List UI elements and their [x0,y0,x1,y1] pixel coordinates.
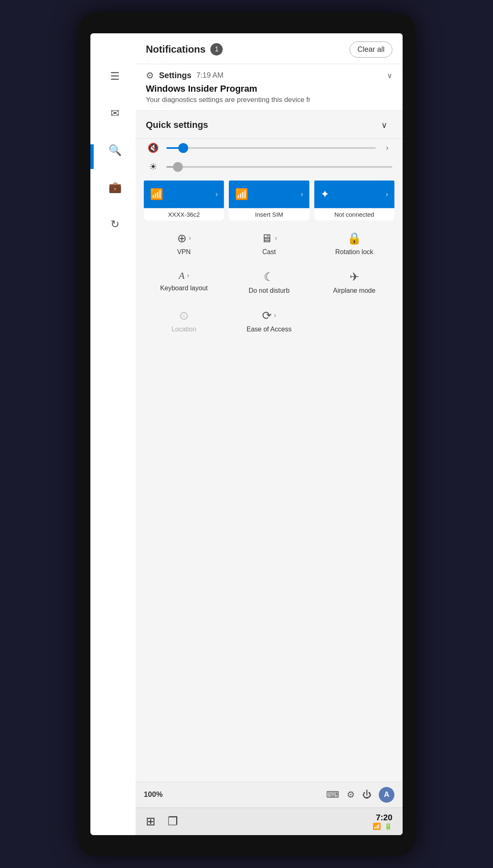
brightness-slider-thumb[interactable] [173,162,183,172]
brightness-slider-row: ☀ [136,157,403,176]
wifi-tile-label: XXXX-36c2 [144,208,224,220]
brightness-icon: ☀ [146,162,160,172]
volume-slider-track[interactable] [166,147,376,149]
location-icon-row: ⊙ [179,309,189,322]
taskbar-icons-area: ⊞ ❐ [146,815,178,828]
power-icon[interactable]: ⏻ [362,789,371,800]
tiles-row-2: ⊕ › VPN 🖥 › Cast [144,227,394,259]
location-label: Location [171,326,196,333]
windows-start-button[interactable]: ⊞ [146,815,155,828]
tiles-row-3: A › Keyboard layout ☾ Do not disturb [144,265,394,298]
airplane-mode-tile[interactable]: ✈ Airplane mode [314,265,394,298]
cast-arrow-icon[interactable]: › [275,234,277,242]
notification-chevron-icon[interactable]: ∨ [387,71,392,80]
taskbar-wifi-icon: 📶 [373,822,381,830]
volume-expand-icon[interactable]: › [382,144,392,152]
sidebar-icon-mail[interactable]: ✉ [105,103,125,124]
do-not-disturb-label: Do not disturb [249,287,290,294]
ease-of-access-arrow-icon[interactable]: › [274,312,276,319]
sidebar-icon-menu[interactable]: ☰ [105,66,125,87]
wifi-tile-main[interactable]: 📶 › [144,181,224,208]
notification-panel: Notifications 1 Clear all ⚙ Settings 7:1… [136,33,403,835]
sim-tile-arrow-icon[interactable]: › [301,190,303,199]
phone-screen: ☰ ✉ 🔍 💼 ↻ ← Fin Acco Notifications 1 Cle… [90,33,403,835]
bluetooth-tile[interactable]: ✦ › Not connected [314,181,394,220]
bluetooth-icon: ✦ [320,188,329,201]
tiles-row-4: ⊙ Location ⟳ › Ease of Access [144,304,394,336]
brightness-slider-track[interactable] [166,166,392,168]
keyboard-layout-label: Keyboard layout [160,285,208,292]
cast-icon-row: 🖥 › [261,231,277,245]
wifi-tile-arrow-icon[interactable]: › [215,190,218,199]
notifications-header: Notifications 1 Clear all [136,33,403,64]
vpn-tile[interactable]: ⊕ › VPN [144,227,224,259]
ease-of-access-icon: ⟳ [262,309,272,322]
sidebar-icon-refresh[interactable]: ↻ [105,214,125,235]
location-tile[interactable]: ⊙ Location [144,304,224,336]
do-not-disturb-icon: ☾ [264,270,274,284]
notification-program-name: Windows Insider Program [146,83,392,94]
status-icons-area: ⌨ ⚙ ⏻ A [326,787,394,803]
phone-frame: ☰ ✉ 🔍 💼 ↻ ← Fin Acco Notifications 1 Cle… [78,13,415,856]
notification-time: 7:19 AM [196,71,223,80]
do-not-disturb-tile[interactable]: ☾ Do not disturb [229,265,309,298]
quick-settings-tiles: 📶 › XXXX-36c2 📶 › Insert SIM [136,176,403,347]
rotation-lock-tile[interactable]: 🔒 Rotation lock [314,227,394,259]
cast-label: Cast [263,248,276,256]
airplane-mode-icon: ✈ [350,270,359,284]
volume-slider-thumb[interactable] [178,143,188,153]
taskbar: ⊞ ❐ 7:20 📶 🔋 [136,808,403,835]
cast-tile[interactable]: 🖥 › Cast [229,227,309,259]
wifi-icon: 📶 [150,188,163,201]
sim-tile[interactable]: 📶 › Insert SIM [229,181,309,220]
sidebar-icon-work[interactable]: 💼 [105,177,125,198]
sim-icon: 📶 [235,188,248,201]
location-icon: ⊙ [179,309,189,322]
taskbar-status-icons: 📶 🔋 [373,822,392,830]
keyboard-layout-tile[interactable]: A › Keyboard layout [144,265,224,298]
sim-tile-main[interactable]: 📶 › [229,181,309,208]
vpn-label: VPN [177,248,191,256]
sidebar-active-indicator [90,144,94,169]
clear-all-button[interactable]: Clear all [350,42,392,58]
ease-of-access-icon-row: ⟳ › [262,309,276,322]
rotation-lock-icon: 🔒 [347,231,362,245]
wifi-tile[interactable]: 📶 › XXXX-36c2 [144,181,224,220]
notifications-count-badge: 1 [210,43,223,56]
rotation-lock-label: Rotation lock [335,248,373,256]
volume-muted-icon: 🔇 [146,143,160,153]
ease-of-access-label: Ease of Access [246,326,291,333]
ease-of-access-tile[interactable]: ⟳ › Ease of Access [229,304,309,336]
cast-icon: 🖥 [261,231,272,245]
notification-item[interactable]: ⚙ Settings 7:19 AM ∨ Windows Insider Pro… [136,64,403,111]
keyboard-layout-icon: A [179,270,185,281]
rotation-lock-icon-row: 🔒 [347,231,362,245]
notifications-title-area: Notifications 1 [146,43,223,56]
vpn-arrow-icon[interactable]: › [189,234,191,242]
settings-icon[interactable]: ⚙ [347,789,355,800]
keyboard-icon[interactable]: ⌨ [326,789,339,800]
task-view-button[interactable]: ❐ [168,815,178,828]
bluetooth-tile-arrow-icon[interactable]: › [386,190,388,199]
taskbar-battery-icon: 🔋 [384,822,392,830]
taskbar-time-area: 7:20 📶 🔋 [373,813,392,830]
taskbar-time: 7:20 [373,813,392,822]
quick-settings-collapse-button[interactable]: ∨ [376,117,392,133]
sim-tile-label: Insert SIM [229,208,309,220]
settings-icon: ⚙ [146,70,154,81]
user-avatar[interactable]: A [379,787,394,803]
empty-tile [314,304,394,336]
notification-description: Your diagnostics settings are preventing… [146,96,392,104]
bluetooth-tile-main[interactable]: ✦ › [314,181,394,208]
keyboard-layout-arrow-icon[interactable]: › [187,272,189,279]
notification-item-header: ⚙ Settings 7:19 AM ∨ [146,70,392,81]
sidebar-icon-search[interactable]: 🔍 [105,140,125,161]
volume-slider-row: 🔇 › [136,139,403,157]
bluetooth-tile-label: Not connected [314,208,394,220]
bg-sidebar: ☰ ✉ 🔍 💼 ↻ [90,33,140,835]
quick-settings-panel: Quick settings ∨ 🔇 › ☀ [136,111,403,782]
quick-settings-title: Quick settings [146,120,208,130]
notifications-title: Notifications [146,44,205,55]
airplane-mode-icon-row: ✈ [350,270,359,284]
do-not-disturb-icon-row: ☾ [264,270,274,284]
